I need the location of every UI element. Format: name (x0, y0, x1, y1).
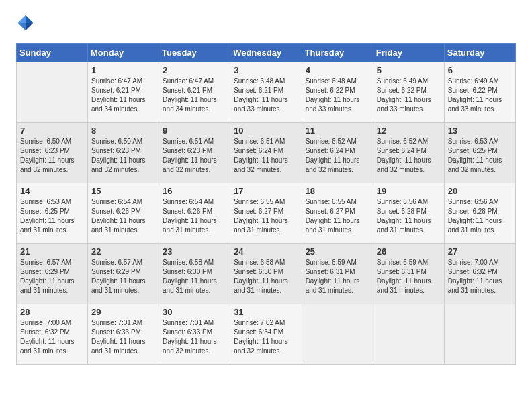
day-info: Sunrise: 6:54 AM Sunset: 6:26 PM Dayligh… (91, 197, 155, 235)
calendar-header: SundayMondayTuesdayWednesdayThursdayFrid… (17, 44, 516, 62)
day-info: Sunrise: 6:49 AM Sunset: 6:22 PM Dayligh… (448, 77, 512, 114)
day-number: 15 (91, 186, 155, 196)
day-number: 30 (163, 307, 226, 317)
day-number: 2 (163, 65, 226, 75)
calendar-cell: 26Sunrise: 6:59 AM Sunset: 6:31 PM Dayli… (373, 244, 444, 304)
day-number: 25 (306, 246, 369, 257)
calendar-cell: 30Sunrise: 7:01 AM Sunset: 6:33 PM Dayli… (159, 304, 230, 365)
day-number: 13 (448, 126, 512, 136)
day-number: 31 (234, 307, 298, 317)
calendar-cell: 25Sunrise: 6:59 AM Sunset: 6:31 PM Dayli… (302, 244, 373, 304)
calendar-body: 1Sunrise: 6:47 AM Sunset: 6:21 PM Daylig… (17, 62, 516, 365)
day-number: 29 (91, 307, 155, 317)
calendar-cell: 31Sunrise: 7:02 AM Sunset: 6:34 PM Dayli… (230, 304, 302, 365)
day-info: Sunrise: 6:52 AM Sunset: 6:24 PM Dayligh… (306, 137, 369, 175)
svg-marker-1 (18, 15, 26, 23)
day-number: 6 (448, 65, 512, 75)
day-info: Sunrise: 6:54 AM Sunset: 6:26 PM Dayligh… (163, 197, 226, 235)
day-info: Sunrise: 6:48 AM Sunset: 6:21 PM Dayligh… (234, 77, 298, 114)
header-day-monday: Monday (88, 44, 159, 62)
logo (16, 13, 38, 32)
day-info: Sunrise: 6:51 AM Sunset: 6:24 PM Dayligh… (234, 137, 298, 175)
header-day-wednesday: Wednesday (230, 44, 302, 62)
calendar-cell: 27Sunrise: 7:00 AM Sunset: 6:32 PM Dayli… (444, 244, 515, 304)
day-info: Sunrise: 6:53 AM Sunset: 6:25 PM Dayligh… (20, 197, 84, 235)
day-info: Sunrise: 6:47 AM Sunset: 6:21 PM Dayligh… (91, 77, 155, 114)
day-number: 21 (20, 246, 84, 257)
calendar-cell: 2Sunrise: 6:47 AM Sunset: 6:21 PM Daylig… (159, 62, 230, 123)
day-info: Sunrise: 6:58 AM Sunset: 6:30 PM Dayligh… (163, 258, 226, 295)
day-number: 9 (163, 126, 226, 136)
day-number: 16 (163, 186, 226, 196)
calendar-cell: 7Sunrise: 6:50 AM Sunset: 6:23 PM Daylig… (17, 123, 88, 183)
day-info: Sunrise: 6:59 AM Sunset: 6:31 PM Dayligh… (306, 258, 369, 295)
day-number: 24 (234, 246, 298, 257)
day-info: Sunrise: 6:47 AM Sunset: 6:21 PM Dayligh… (163, 77, 226, 114)
day-info: Sunrise: 6:57 AM Sunset: 6:29 PM Dayligh… (91, 258, 155, 295)
calendar-cell (302, 304, 373, 365)
calendar-cell: 6Sunrise: 6:49 AM Sunset: 6:22 PM Daylig… (444, 62, 515, 123)
day-info: Sunrise: 6:50 AM Sunset: 6:23 PM Dayligh… (91, 137, 155, 175)
calendar-cell (444, 304, 515, 365)
header-day-sunday: Sunday (17, 44, 88, 62)
calendar-cell: 9Sunrise: 6:51 AM Sunset: 6:23 PM Daylig… (159, 123, 230, 183)
calendar-cell: 3Sunrise: 6:48 AM Sunset: 6:21 PM Daylig… (230, 62, 302, 123)
day-number: 18 (306, 186, 369, 196)
day-number: 11 (306, 126, 369, 136)
day-info: Sunrise: 7:00 AM Sunset: 6:32 PM Dayligh… (20, 318, 84, 356)
calendar-cell: 5Sunrise: 6:49 AM Sunset: 6:22 PM Daylig… (373, 62, 444, 123)
day-info: Sunrise: 6:56 AM Sunset: 6:28 PM Dayligh… (377, 197, 441, 235)
page-header (16, 13, 516, 32)
calendar-cell: 15Sunrise: 6:54 AM Sunset: 6:26 PM Dayli… (88, 183, 159, 244)
calendar-cell: 24Sunrise: 6:58 AM Sunset: 6:30 PM Dayli… (230, 244, 302, 304)
day-number: 10 (234, 126, 298, 136)
calendar-week-5: 28Sunrise: 7:00 AM Sunset: 6:32 PM Dayli… (17, 304, 516, 365)
svg-marker-3 (26, 23, 33, 30)
calendar-cell (17, 62, 88, 123)
calendar-cell: 10Sunrise: 6:51 AM Sunset: 6:24 PM Dayli… (230, 123, 302, 183)
calendar-cell: 20Sunrise: 6:56 AM Sunset: 6:28 PM Dayli… (444, 183, 515, 244)
calendar-cell (373, 304, 444, 365)
day-number: 22 (91, 246, 155, 257)
day-info: Sunrise: 6:51 AM Sunset: 6:23 PM Dayligh… (163, 137, 226, 175)
calendar-week-2: 7Sunrise: 6:50 AM Sunset: 6:23 PM Daylig… (17, 123, 516, 183)
day-info: Sunrise: 6:48 AM Sunset: 6:22 PM Dayligh… (306, 77, 369, 114)
day-info: Sunrise: 6:50 AM Sunset: 6:23 PM Dayligh… (20, 137, 84, 175)
calendar-cell: 22Sunrise: 6:57 AM Sunset: 6:29 PM Dayli… (88, 244, 159, 304)
header-day-tuesday: Tuesday (159, 44, 230, 62)
calendar-cell: 12Sunrise: 6:52 AM Sunset: 6:24 PM Dayli… (373, 123, 444, 183)
logo-icon (16, 13, 35, 32)
day-number: 19 (377, 186, 441, 196)
day-number: 27 (448, 246, 512, 257)
calendar-cell: 28Sunrise: 7:00 AM Sunset: 6:32 PM Dayli… (17, 304, 88, 365)
header-day-saturday: Saturday (444, 44, 515, 62)
day-number: 12 (377, 126, 441, 136)
day-number: 17 (234, 186, 298, 196)
day-info: Sunrise: 7:01 AM Sunset: 6:33 PM Dayligh… (91, 318, 155, 356)
header-row: SundayMondayTuesdayWednesdayThursdayFrid… (17, 44, 516, 62)
calendar-week-1: 1Sunrise: 6:47 AM Sunset: 6:21 PM Daylig… (17, 62, 516, 123)
day-info: Sunrise: 7:00 AM Sunset: 6:32 PM Dayligh… (448, 258, 512, 295)
day-info: Sunrise: 6:53 AM Sunset: 6:25 PM Dayligh… (448, 137, 512, 175)
calendar-week-3: 14Sunrise: 6:53 AM Sunset: 6:25 PM Dayli… (17, 183, 516, 244)
day-number: 23 (163, 246, 226, 257)
day-number: 28 (20, 307, 84, 317)
day-number: 3 (234, 65, 298, 75)
day-number: 1 (91, 65, 155, 75)
day-info: Sunrise: 6:52 AM Sunset: 6:24 PM Dayligh… (377, 137, 441, 175)
calendar-week-4: 21Sunrise: 6:57 AM Sunset: 6:29 PM Dayli… (17, 244, 516, 304)
calendar-cell: 18Sunrise: 6:55 AM Sunset: 6:27 PM Dayli… (302, 183, 373, 244)
calendar-cell: 23Sunrise: 6:58 AM Sunset: 6:30 PM Dayli… (159, 244, 230, 304)
calendar-cell: 16Sunrise: 6:54 AM Sunset: 6:26 PM Dayli… (159, 183, 230, 244)
calendar-cell: 29Sunrise: 7:01 AM Sunset: 6:33 PM Dayli… (88, 304, 159, 365)
day-info: Sunrise: 6:59 AM Sunset: 6:31 PM Dayligh… (377, 258, 441, 295)
day-info: Sunrise: 7:01 AM Sunset: 6:33 PM Dayligh… (163, 318, 226, 356)
day-number: 20 (448, 186, 512, 196)
svg-marker-2 (18, 23, 26, 30)
day-info: Sunrise: 6:49 AM Sunset: 6:22 PM Dayligh… (377, 77, 441, 114)
calendar-cell: 17Sunrise: 6:55 AM Sunset: 6:27 PM Dayli… (230, 183, 302, 244)
day-info: Sunrise: 6:56 AM Sunset: 6:28 PM Dayligh… (448, 197, 512, 235)
calendar-cell: 21Sunrise: 6:57 AM Sunset: 6:29 PM Dayli… (17, 244, 88, 304)
day-info: Sunrise: 6:55 AM Sunset: 6:27 PM Dayligh… (306, 197, 369, 235)
day-number: 7 (20, 126, 84, 136)
